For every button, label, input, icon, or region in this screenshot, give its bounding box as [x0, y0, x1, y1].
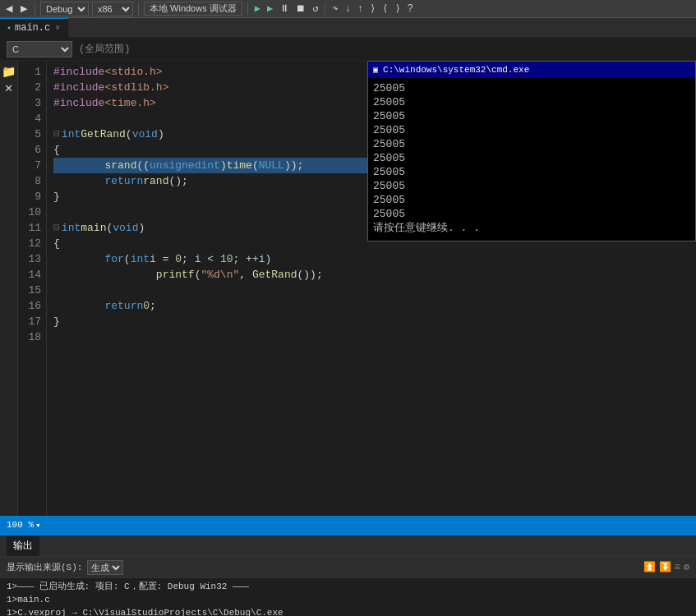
kw-return-8: return [104, 173, 143, 189]
num-0b: 0 [143, 298, 150, 314]
out-icon-1[interactable]: ⏫ [643, 561, 656, 573]
linenum-15: 15 [18, 283, 41, 298]
sidebar-icon-explorer[interactable]: 📁 [2, 64, 16, 79]
code-line-15 [53, 283, 689, 298]
linenum-5: 5 [18, 126, 41, 142]
output-line-1: 1>——— 已启动生成: 项目: C，配置: Debug Win32 ——— [7, 580, 689, 593]
local-debugger-button[interactable]: 本地 Windows 调试器 [144, 2, 242, 16]
cmd-line-1: 25005 [373, 81, 690, 95]
cmd-line-7: 25005 [373, 165, 690, 179]
out-icon-2[interactable]: ⏬ [659, 561, 671, 573]
tab-close-button[interactable]: × [53, 24, 62, 33]
cmd-line-4: 25005 [373, 123, 690, 137]
output-line-2: 1>main.c [7, 593, 689, 606]
num-10: 10 [220, 251, 233, 267]
linenum-12: 12 [18, 236, 41, 251]
fn-main: main [81, 220, 106, 236]
code-inc-3: #include [53, 95, 104, 111]
cmd-line-3: 25005 [373, 109, 690, 123]
line-numbers: 1 2 3 4 5 6 7 8 9 10 11 12 13 14 15 16 1… [18, 61, 47, 516]
scope-label: (全局范围) [79, 42, 130, 56]
restart-icon[interactable]: ↺ [311, 2, 320, 15]
forward-button[interactable]: ▶ [18, 3, 30, 14]
step-into-icon[interactable]: ↓ [343, 3, 353, 15]
linenum-4: 4 [18, 111, 41, 126]
out-icon-4[interactable]: ⚙ [684, 561, 689, 573]
linenum-6: 6 [18, 142, 41, 158]
fn-printf: printf [156, 267, 195, 283]
kw-void-5: void [132, 126, 158, 142]
extra-icon2[interactable]: ⟨ [380, 2, 389, 15]
language-select[interactable]: C [7, 41, 72, 57]
linenum-14: 14 [18, 267, 41, 283]
linenum-17: 17 [18, 314, 41, 329]
cmd-titlebar: ▣ C:\windows\system32\cmd.exe [368, 62, 695, 78]
debug-config-select[interactable]: Debug [40, 2, 89, 16]
step-over-icon[interactable]: ↷ [330, 2, 339, 15]
fold-5[interactable]: ⊟ [53, 126, 60, 142]
zoom-label: 100 % [7, 520, 34, 530]
fold-11[interactable]: ⊟ [53, 220, 60, 236]
output-toolbar: 显示输出来源(S): 生成 ⏫ ⏬ ≡ ⚙ [0, 557, 696, 578]
kw-return-16: return [104, 298, 143, 314]
sidebar-icon-x[interactable]: ✕ [2, 80, 16, 95]
cmd-icon: ▣ [373, 65, 378, 75]
str-fmt: "%d\n" [201, 267, 239, 283]
kw-for: for [104, 251, 123, 267]
linenum-2: 2 [18, 80, 41, 95]
stop-icon[interactable]: ⏹ [294, 2, 307, 15]
step-out-icon[interactable]: ↑ [356, 3, 365, 15]
output-line-3: 1>C.vexproj → C:\VisualStudioProjects\C\… [7, 606, 689, 616]
separator [35, 2, 35, 16]
tab-main-c[interactable]: ▪ main.c × [0, 18, 69, 38]
fn-getrand2: GetRand [252, 267, 297, 283]
fn-srand: srand [104, 158, 136, 173]
back-button[interactable]: ◀ [3, 3, 15, 14]
code-editor[interactable]: ▣ C:\windows\system32\cmd.exe 25005 2500… [18, 61, 696, 516]
linenum-8: 8 [18, 173, 41, 189]
pause-icon[interactable]: ⏸ [278, 2, 291, 15]
linenum-11: 11 [18, 220, 41, 236]
zoom-dropdown[interactable]: ▾ [35, 520, 41, 531]
out-icon-3[interactable]: ≡ [675, 562, 680, 573]
output-tabs: 输出 [0, 536, 696, 557]
fn-getrand: GetRand [81, 126, 126, 142]
code-str-1: <stdio.h> [104, 64, 162, 80]
cmd-line-6: 25005 [373, 151, 690, 165]
kw-null: NULL [259, 158, 284, 173]
var-i: i [150, 251, 156, 267]
kw-int-5: int [62, 126, 81, 142]
status-bar: 100 % ▾ [0, 516, 696, 534]
cmd-prompt: 请按任意键继续. . . [373, 221, 690, 235]
var-i3: i [259, 251, 265, 267]
extra-icon1[interactable]: ⟩ [368, 2, 377, 15]
code-line-13: for(int i = 0; i < 10; ++i) [53, 251, 689, 267]
cmd-line-8: 25005 [373, 179, 690, 193]
code-line-17: } [53, 314, 689, 329]
kw-void-11: void [113, 220, 138, 236]
source-select[interactable]: 生成 [87, 560, 123, 575]
linenum-10: 10 [18, 205, 41, 220]
arch-select[interactable]: x86 [92, 2, 133, 16]
cmd-line-9: 25005 [373, 193, 690, 207]
tab-bar: ▪ main.c × [0, 18, 696, 38]
num-0: 0 [175, 251, 182, 267]
kw-unsigned: unsigned [150, 158, 201, 173]
extra-icon3[interactable]: ⟩ [394, 2, 403, 15]
play-icon[interactable]: ▶ [253, 2, 262, 15]
output-panel: 输出 显示输出来源(S): 生成 ⏫ ⏬ ≡ ⚙ 1>——— 已启动生成: 项目… [0, 534, 696, 616]
linenum-7: 7 [18, 158, 41, 173]
play2-icon[interactable]: ▶ [265, 2, 274, 15]
cmd-line-10: 25005 [373, 207, 690, 221]
linenum-9: 9 [18, 189, 41, 205]
separator4 [325, 2, 325, 16]
separator2 [138, 2, 139, 16]
code-line-18 [53, 329, 689, 345]
left-sidebar: 📁 ✕ [0, 61, 18, 516]
output-tab-label[interactable]: 输出 [7, 536, 39, 556]
code-str-3: <time.h> [104, 95, 155, 111]
help-icon[interactable]: ? [406, 3, 415, 15]
kw-int-7: int [201, 158, 219, 173]
cmd-title: C:\windows\system32\cmd.exe [383, 65, 690, 75]
cmd-window: ▣ C:\windows\system32\cmd.exe 25005 2500… [367, 61, 696, 241]
